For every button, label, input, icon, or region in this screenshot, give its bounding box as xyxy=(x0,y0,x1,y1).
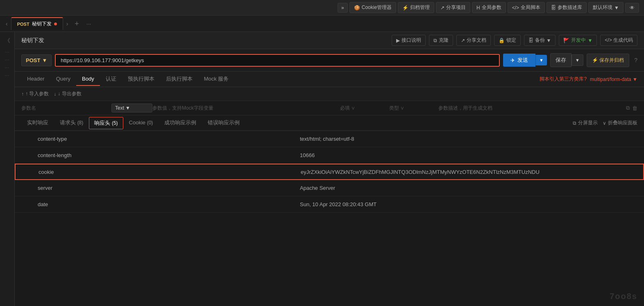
page-header: 秘钥下发 ▶ 接口说明 ⧉ 克隆 ↗ 分享文档 🔒 锁定 xyxy=(15,32,644,49)
col-type2-header: 类型 ∨ xyxy=(389,105,438,112)
share-project-button[interactable]: ↗ 分享项目 xyxy=(436,2,470,13)
response-value-date: Sun, 10 Apr 2022 08:20:43 GMT xyxy=(293,197,644,212)
delete-icon[interactable]: 🗑 xyxy=(632,105,637,111)
api-doc-button[interactable]: ▶ 接口说明 xyxy=(392,35,426,46)
request-headers-count: (8) xyxy=(77,120,84,126)
params-header: ↑ ↑ 导入参数 ↓ ↓ 导出参数 xyxy=(15,87,644,101)
backup-chevron: ▼ xyxy=(546,38,551,43)
response-tabs-right: ⧉ 分屏显示 ∨ 折叠响应面板 xyxy=(573,119,637,126)
save-button[interactable]: 保存 xyxy=(550,53,571,67)
code-icon: </> xyxy=(512,5,519,11)
tab-more-button[interactable]: ··· xyxy=(83,19,95,29)
split-view-button[interactable]: ⧉ 分屏显示 xyxy=(573,119,598,126)
form-data-badge[interactable]: multipart/form-data ▼ xyxy=(590,76,637,82)
response-table: content-type text/html; charset=utf-8 co… xyxy=(15,131,644,306)
response-tab-success-example[interactable]: 成功响应示例 xyxy=(159,116,202,130)
response-value-content-length: 10666 xyxy=(293,148,644,162)
tab-post-script[interactable]: 后执行脚本 xyxy=(160,72,198,87)
param-lib-button[interactable]: 🗄 参数描述库 xyxy=(546,2,587,13)
sidebar-dots-1: ··· xyxy=(5,50,9,54)
tabs-row: Header Query Body 认证 预执行脚本 后执行脚本 Mock 服务… xyxy=(15,72,644,87)
tab-query[interactable]: Query xyxy=(50,72,76,86)
collapse-button[interactable]: ∨ 折叠响应面板 xyxy=(603,119,637,126)
save-archive-button[interactable]: ⚡ 保存并归档 xyxy=(587,54,629,67)
share-doc-button[interactable]: ↗ 分享文档 xyxy=(456,35,491,46)
url-input[interactable] xyxy=(55,54,500,67)
flag-icon: 🚩 xyxy=(563,38,569,43)
response-value-cookie: eyJrZXkiOiAiYWZkNTcwYjBiZDFhMGJlNTQ3ODlm… xyxy=(294,165,643,179)
share-doc-icon: ↗ xyxy=(461,38,465,43)
default-env-button[interactable]: 默认环境 ▼ xyxy=(588,2,624,13)
import-icon: ↑ xyxy=(21,91,24,97)
send-dropdown-button[interactable]: ▼ xyxy=(535,55,547,65)
script-library-link[interactable]: 脚本引入第三方类库? xyxy=(540,76,587,83)
response-key-cookie: cookie xyxy=(16,165,294,179)
tab-pre-script[interactable]: 预执行脚本 xyxy=(122,72,160,87)
bolt-icon: ⚡ xyxy=(402,5,408,11)
col-required-header: 必填 ∨ xyxy=(340,105,389,112)
h-icon: H xyxy=(476,5,480,11)
export-params-button[interactable]: ↓ ↓ 导出参数 xyxy=(54,90,81,97)
tab-title: 秘钥下发 xyxy=(32,20,52,27)
archive-manager-button[interactable]: ⚡ 归档管理 xyxy=(398,2,434,13)
table-row: date Sun, 10 Apr 2022 08:20:43 GMT xyxy=(15,196,644,213)
help-icon[interactable]: ? xyxy=(634,57,637,63)
table-row: content-length 10666 xyxy=(15,147,644,164)
response-tab-request-headers[interactable]: 请求头 (8) xyxy=(54,116,89,130)
tab-header[interactable]: Header xyxy=(21,72,50,86)
type2-chevron: ∨ xyxy=(400,105,404,111)
method-label: POST xyxy=(26,57,40,63)
backup-icon: 🗄 xyxy=(528,38,533,43)
copy-icon[interactable]: ⧉ xyxy=(626,105,630,111)
table-row: server Apache Server xyxy=(15,180,644,196)
tab-mock[interactable]: Mock 服务 xyxy=(198,72,235,87)
export-icon: ↓ xyxy=(54,91,56,97)
save-dropdown-button[interactable]: ▼ xyxy=(571,54,583,66)
chevron-down-icon: ▼ xyxy=(614,5,619,11)
tab-forward-nav[interactable]: › xyxy=(64,19,71,29)
response-tabs: 实时响应 请求头 (8) 响应头 (5) Cookie (0) 成功响应示例 错… xyxy=(15,115,644,131)
global-script-button[interactable]: </> 全局脚本 xyxy=(508,2,545,13)
expand-button[interactable]: » xyxy=(338,3,348,13)
backup-button[interactable]: 🗄 备份 ▼ xyxy=(524,35,556,46)
play-icon: ▶ xyxy=(396,38,400,43)
active-tab[interactable]: POST 秘钥下发 xyxy=(11,17,63,30)
tab-add-button[interactable]: + xyxy=(71,18,82,29)
page-title: 秘钥下发 xyxy=(21,37,44,44)
col-action-icons: ⧉ 🗑 xyxy=(626,105,637,111)
response-tab-response-headers[interactable]: 响应头 (5) xyxy=(89,117,123,129)
required-chevron: ∨ xyxy=(351,105,355,111)
status-button[interactable]: 🚩 开发中 ▼ xyxy=(559,35,597,46)
import-params-button[interactable]: ↑ ↑ 导入参数 xyxy=(21,90,49,97)
method-select[interactable]: POST ▼ xyxy=(21,54,52,66)
table-row-cookie: cookie eyJrZXkiOiAiYWZkNTcwYjBiZDFhMGJlN… xyxy=(15,164,644,180)
response-value-content-type: text/html; charset=utf-8 xyxy=(293,132,644,146)
send-icon: ✈ xyxy=(510,57,515,63)
main-content: 《 ··· ··· ··· ··· 秘钥下发 ▶ 接口说明 ⧉ 克隆 ↗ 分享文… xyxy=(0,32,644,306)
response-tab-realtime[interactable]: 实时响应 xyxy=(21,116,54,130)
eye-button[interactable]: 👁 xyxy=(625,3,639,13)
cookie-icon: 🍪 xyxy=(354,5,360,11)
tab-body[interactable]: Body xyxy=(76,72,100,86)
text-type-dropdown[interactable]: Text ▼ xyxy=(111,104,152,112)
global-params-button[interactable]: H 全局参数 xyxy=(472,2,506,13)
response-tab-error-example[interactable]: 错误响应示例 xyxy=(202,116,245,130)
cookie-count: (0) xyxy=(147,120,153,126)
split-icon: ⧉ xyxy=(573,120,576,126)
clone-button[interactable]: ⧉ 克隆 xyxy=(429,35,453,46)
response-tab-cookie[interactable]: Cookie (0) xyxy=(123,116,159,130)
col-name-header: 参数名 xyxy=(21,105,111,112)
tab-back-nav[interactable]: ‹ xyxy=(3,19,10,29)
response-value-server: Apache Server xyxy=(293,181,644,195)
col-type-select[interactable]: Text ▼ xyxy=(111,104,152,112)
send-button[interactable]: ✈ 发送 xyxy=(503,54,535,67)
sidebar-collapse-icon[interactable]: 《 xyxy=(2,35,13,47)
cookie-manager-button[interactable]: 🍪 Cookie管理器 xyxy=(349,2,396,13)
generate-code-button[interactable]: </> 生成代码 xyxy=(600,35,637,46)
lock-button[interactable]: 🔒 锁定 xyxy=(494,35,521,46)
response-key-content-type: content-type xyxy=(15,132,293,146)
chevron-icon: ∨ xyxy=(603,120,606,126)
type-chevron: ▼ xyxy=(125,105,130,111)
tab-auth[interactable]: 认证 xyxy=(100,72,122,87)
response-headers-count: (5) xyxy=(112,120,118,126)
